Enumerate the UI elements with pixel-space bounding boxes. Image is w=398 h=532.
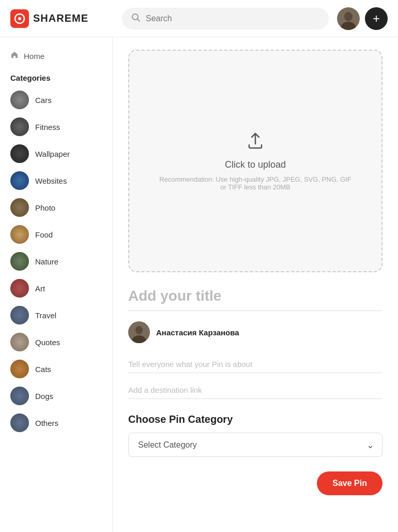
quotes-label: Quotes — [35, 338, 60, 347]
travel-icon — [10, 306, 29, 324]
sidebar-item-fitness[interactable]: Fitness — [0, 113, 112, 140]
user-avatar — [128, 321, 150, 343]
user-row: Анастасия Карзанова — [128, 321, 382, 343]
photo-icon — [10, 198, 29, 217]
sidebar-item-others[interactable]: Others — [0, 409, 112, 436]
choose-category-label: Choose Pin Category — [128, 413, 382, 425]
websites-label: Websites — [35, 176, 67, 185]
websites-icon — [10, 171, 29, 190]
food-icon — [10, 225, 29, 244]
link-input[interactable] — [128, 381, 382, 399]
upload-label: Click to upload — [225, 159, 286, 170]
upload-recommendation: Recommendation: Use high-quality JPG, JP… — [147, 175, 364, 191]
svg-line-3 — [137, 19, 140, 21]
svg-point-1 — [18, 17, 21, 20]
title-input[interactable] — [128, 285, 382, 311]
sidebar-item-travel[interactable]: Travel — [0, 302, 112, 329]
avatar — [337, 7, 360, 30]
sidebar-item-photo[interactable]: Photo — [0, 194, 112, 221]
quotes-icon — [10, 333, 29, 351]
logo: SHAREME — [10, 9, 114, 28]
cars-icon — [10, 91, 29, 109]
travel-label: Travel — [35, 311, 56, 320]
wallpaper-label: Wallpaper — [35, 150, 70, 158]
logo-text: SHAREME — [33, 12, 88, 24]
art-label: Art — [35, 284, 45, 293]
sidebar-item-dogs[interactable]: Dogs — [0, 382, 112, 409]
fitness-icon — [10, 117, 29, 136]
nature-label: Nature — [35, 257, 58, 266]
others-icon — [10, 413, 29, 432]
art-icon — [10, 279, 29, 298]
save-row: Save Pin — [128, 471, 382, 495]
home-label: Home — [24, 52, 44, 61]
food-label: Food — [35, 230, 53, 239]
sidebar-item-wallpaper[interactable]: Wallpaper — [0, 140, 112, 167]
sidebar-item-websites[interactable]: Websites — [0, 167, 112, 194]
categories-label: Categories — [0, 66, 112, 86]
sidebar-item-nature[interactable]: Nature — [0, 248, 112, 275]
description-input[interactable] — [128, 356, 382, 373]
sidebar-item-art[interactable]: Art — [0, 275, 112, 302]
cats-label: Cats — [35, 365, 51, 374]
sidebar-items: CarsFitnessWallpaperWebsitesPhotoFoodNat… — [0, 86, 112, 436]
dogs-label: Dogs — [35, 392, 53, 401]
search-bar[interactable] — [122, 8, 329, 29]
photo-label: Photo — [35, 203, 55, 212]
header: SHAREME + — [0, 0, 398, 37]
search-input[interactable] — [146, 14, 319, 23]
nature-icon — [10, 252, 29, 271]
add-pin-button[interactable]: + — [365, 7, 388, 30]
header-right: + — [337, 7, 388, 30]
logo-icon — [10, 9, 29, 28]
search-icon — [131, 13, 141, 24]
home-icon — [10, 51, 19, 61]
upload-area[interactable]: Click to upload Recommendation: Use high… — [128, 50, 382, 272]
sidebar-item-cars[interactable]: Cars — [0, 86, 112, 113]
fitness-label: Fitness — [35, 123, 60, 131]
sidebar-home[interactable]: Home — [0, 46, 112, 66]
svg-point-5 — [344, 12, 353, 21]
user-name: Анастасия Карзанова — [156, 328, 239, 337]
wallpaper-icon — [10, 144, 29, 163]
cats-icon — [10, 360, 29, 378]
dogs-icon — [10, 387, 29, 405]
upload-icon — [246, 131, 265, 154]
sidebar: Home Categories CarsFitnessWallpaperWebs… — [0, 37, 113, 532]
sidebar-item-quotes[interactable]: Quotes — [0, 329, 112, 356]
main-content: Click to upload Recommendation: Use high… — [113, 37, 398, 532]
layout: Home Categories CarsFitnessWallpaperWebs… — [0, 37, 398, 532]
svg-point-8 — [135, 326, 143, 334]
save-pin-button[interactable]: Save Pin — [317, 471, 382, 495]
cars-label: Cars — [35, 96, 52, 105]
others-label: Others — [35, 419, 58, 427]
sidebar-item-cats[interactable]: Cats — [0, 356, 112, 382]
sidebar-item-food[interactable]: Food — [0, 221, 112, 248]
category-select-wrapper: Select CategoryCarsFitnessWallpaperWebsi… — [128, 433, 382, 457]
category-select[interactable]: Select CategoryCarsFitnessWallpaperWebsi… — [128, 433, 382, 457]
